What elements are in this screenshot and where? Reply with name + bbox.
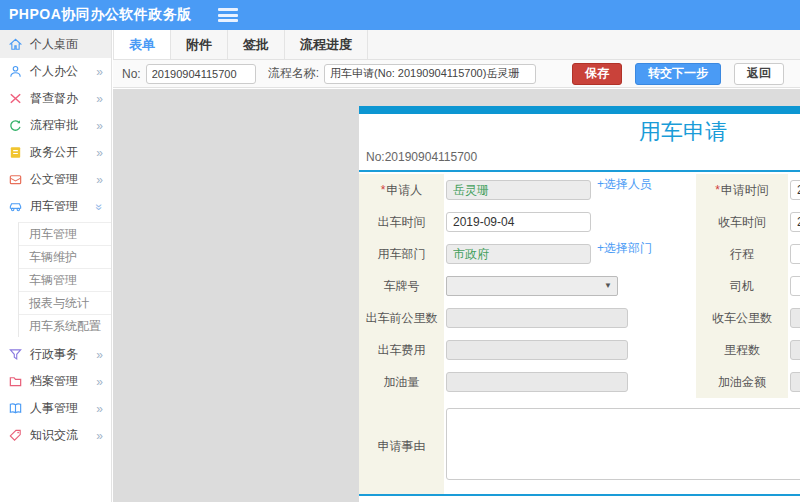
field-label-mileage: 里程数 [696,334,788,366]
applicant-input[interactable] [446,180,591,200]
app-title: PHPOA协同办公软件政务版 [9,6,192,24]
chevron-right-icon: » [96,429,103,443]
itinerary-input[interactable] [790,244,800,264]
trip-cost-input [446,340,628,360]
field-reason [444,398,800,494]
no-input[interactable] [146,64,256,84]
chevron-right-icon: » [96,402,103,416]
field-label-driver: 司机 [696,270,788,302]
required-asterisk: * [715,183,720,197]
sidebar-item-label: 用车管理 [30,198,96,215]
sidebar-item-flow-approval[interactable]: 流程审批 » [0,112,111,139]
sidebar-item-label: 人事管理 [30,400,96,417]
supervise-icon [8,91,23,106]
flow-name-input[interactable] [324,64,536,84]
apply-time-input[interactable] [790,180,800,200]
submenu-item-vehicle-maintenance[interactable]: 车辆维护 [19,246,111,269]
chevron-right-icon: » [96,65,103,79]
field-apply-time [788,174,800,206]
sidebar-item-hr-management[interactable]: 人事管理 » [0,395,111,422]
panel-top-strip [359,106,800,114]
sidebar-item-label: 档案管理 [30,373,96,390]
hamburger-menu-icon[interactable] [218,8,238,22]
official-doc-icon [8,172,23,187]
departure-time-input[interactable] [446,212,591,232]
no-label: No: [122,67,141,81]
field-fuel-amount [444,366,696,398]
sidebar-item-supervision[interactable]: 督查督办 » [0,85,111,112]
return-time-input[interactable] [790,212,800,232]
sidebar: 个人桌面 个人办公 » 督查督办 » 流程审批 » 政务公开 » 公文管理 » [0,30,112,502]
tab-sign-approve[interactable]: 签批 [228,30,285,59]
sidebar-item-gov-disclosure[interactable]: 政务公开 » [0,139,111,166]
tab-bar: 表单 附件 签批 流程进度 [113,30,800,60]
approval-icon [8,118,23,133]
forward-next-step-button[interactable]: 转交下一步 [635,63,721,85]
field-label-itinerary: 行程 [696,238,788,270]
department-input[interactable] [446,244,591,264]
vehicle-submenu: 用车管理 车辆维护 车辆管理 报表与统计 用车系统配置 [18,222,111,337]
driver-input[interactable] [790,276,800,296]
sidebar-item-personal-office[interactable]: 个人办公 » [0,58,111,85]
sidebar-item-label: 行政事务 [30,346,96,363]
sidebar-item-label: 知识交流 [30,427,96,444]
tab-attachments[interactable]: 附件 [171,30,228,59]
sidebar-item-administrative-affairs[interactable]: 行政事务 » [0,341,111,368]
tab-flow-progress[interactable]: 流程进度 [285,30,368,59]
submenu-item-vehicle-admin[interactable]: 车辆管理 [19,269,111,292]
save-button[interactable]: 保存 [572,63,622,85]
back-button[interactable]: 返回 [734,63,784,85]
field-km-before [444,302,696,334]
plate-number-select[interactable]: ▼ [446,276,618,296]
archive-icon [8,374,23,389]
field-label-km-before: 出车前公里数 [359,302,444,334]
submenu-item-vehicle-management[interactable]: 用车管理 [19,223,111,246]
fuel-amount-input [446,372,628,392]
select-department-link[interactable]: +选择部门 [597,241,652,255]
field-label-departure-time: 出车时间 [359,206,444,238]
submenu-item-reports-statistics[interactable]: 报表与统计 [19,292,111,315]
hr-icon [8,401,23,416]
field-label-reason: 申请事由 [359,398,444,494]
sidebar-item-archive-management[interactable]: 档案管理 » [0,368,111,395]
field-itinerary [788,238,800,270]
disclosure-icon [8,145,23,160]
chevron-down-icon: » [93,203,107,210]
user-icon [8,64,23,79]
field-fuel-cost [788,366,800,398]
reason-textarea[interactable] [446,408,800,480]
field-label-apply-time: *申请时间 [696,174,788,206]
sidebar-item-official-documents[interactable]: 公文管理 » [0,166,111,193]
top-bar: PHPOA协同办公软件政务版 [0,0,800,30]
select-person-link[interactable]: +选择人员 [597,177,652,191]
toolbar: No: 流程名称: 保存 转交下一步 返回 [113,60,800,88]
tab-form[interactable]: 表单 [113,30,171,59]
field-label-plate-number: 车牌号 [359,270,444,302]
field-plate-number: ▼ [444,270,696,302]
field-km-return [788,302,800,334]
sidebar-item-personal-desktop[interactable]: 个人桌面 [0,30,111,58]
field-driver [788,270,800,302]
field-label-fuel-amount: 加油量 [359,366,444,398]
sidebar-item-knowledge-exchange[interactable]: 知识交流 » [0,422,111,449]
form-number: No:20190904115700 [359,148,800,166]
required-asterisk: * [381,183,386,197]
flow-name-label: 流程名称: [268,65,319,82]
sidebar-item-label: 个人办公 [30,63,96,80]
sidebar-item-label: 公文管理 [30,171,96,188]
field-label-km-return: 收车公里数 [696,302,788,334]
field-label-trip-cost: 出车费用 [359,334,444,366]
sidebar-item-label: 流程审批 [30,117,96,134]
sidebar-item-vehicle-management[interactable]: 用车管理 » [0,193,111,220]
chevron-right-icon: » [96,119,103,133]
chevron-right-icon: » [96,348,103,362]
knowledge-icon [8,428,23,443]
chevron-right-icon: » [96,173,103,187]
submenu-item-vehicle-system-config[interactable]: 用车系统配置 [19,315,111,337]
select-caret-icon: ▼ [604,281,612,290]
main-content: 表单 附件 签批 流程进度 No: 流程名称: 保存 转交下一步 返回 用车申请… [113,30,800,502]
form-divider [359,170,800,172]
mileage-input [790,340,800,360]
sidebar-item-label: 政务公开 [30,144,96,161]
home-icon [8,37,23,52]
